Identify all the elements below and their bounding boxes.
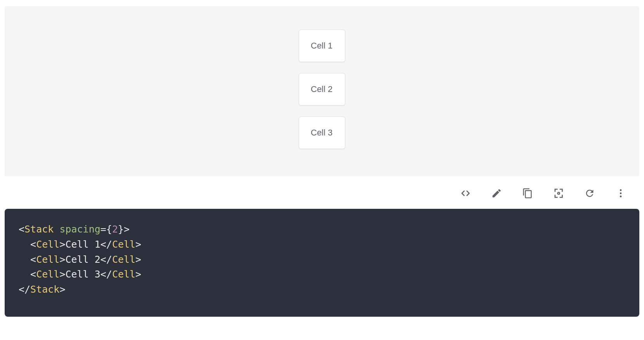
code-token: Cell 3 <box>65 269 100 280</box>
refresh-button[interactable] <box>583 186 597 200</box>
svg-point-0 <box>557 192 559 194</box>
code-token: Cell 2 <box>65 254 100 265</box>
svg-point-3 <box>620 196 622 198</box>
code-token: > <box>135 254 141 265</box>
code-token: Cell <box>36 239 59 250</box>
code-token <box>19 269 30 280</box>
edit-button[interactable] <box>490 186 504 200</box>
code-token: </ <box>19 284 30 295</box>
code-content: <Stack spacing={2}> <Cell>Cell 1</Cell> … <box>19 222 625 297</box>
code-token: </ <box>100 239 112 250</box>
more-icon <box>615 188 626 199</box>
fullscreen-icon <box>553 188 564 199</box>
code-token: < <box>30 269 36 280</box>
code-icon <box>460 188 471 199</box>
code-token: < <box>19 224 24 235</box>
svg-point-1 <box>620 189 622 191</box>
code-token: spacing <box>59 224 100 235</box>
code-token: Cell <box>36 269 59 280</box>
code-token: Stack <box>30 284 59 295</box>
code-token: Cell <box>36 254 59 265</box>
code-token: 2 <box>112 224 118 235</box>
cell-item: Cell 2 <box>299 73 345 106</box>
code-token <box>54 224 59 235</box>
cell-item: Cell 1 <box>299 29 345 62</box>
code-token: > <box>59 269 65 280</box>
code-token: > <box>124 224 130 235</box>
demo-toolbar <box>5 176 639 209</box>
code-block: <Stack spacing={2}> <Cell>Cell 1</Cell> … <box>5 209 639 317</box>
code-token: { <box>106 224 112 235</box>
code-token: > <box>59 284 65 295</box>
code-token: > <box>59 239 65 250</box>
stack-demo: Cell 1 Cell 2 Cell 3 <box>299 29 345 149</box>
code-token <box>19 239 30 250</box>
code-token: < <box>30 254 36 265</box>
show-code-button[interactable] <box>459 186 473 200</box>
copy-icon <box>522 188 533 199</box>
edit-icon <box>491 188 502 199</box>
fullscreen-button[interactable] <box>552 186 566 200</box>
code-token: Cell <box>112 239 135 250</box>
code-token: Stack <box>24 224 54 235</box>
code-token: > <box>59 254 65 265</box>
code-token: > <box>135 269 141 280</box>
more-button[interactable] <box>614 186 628 200</box>
preview-panel: Cell 1 Cell 2 Cell 3 <box>5 6 639 176</box>
code-token: </ <box>100 269 112 280</box>
code-token <box>19 254 30 265</box>
refresh-icon <box>584 188 595 199</box>
copy-button[interactable] <box>521 186 535 200</box>
code-token: Cell 1 <box>65 239 100 250</box>
code-token: </ <box>100 254 112 265</box>
svg-point-2 <box>620 193 622 194</box>
code-token: } <box>118 224 124 235</box>
code-token: Cell <box>112 269 135 280</box>
cell-item: Cell 3 <box>299 116 345 149</box>
code-token: = <box>100 224 106 235</box>
code-token: Cell <box>112 254 135 265</box>
code-token: < <box>30 239 36 250</box>
code-token: > <box>135 239 141 250</box>
